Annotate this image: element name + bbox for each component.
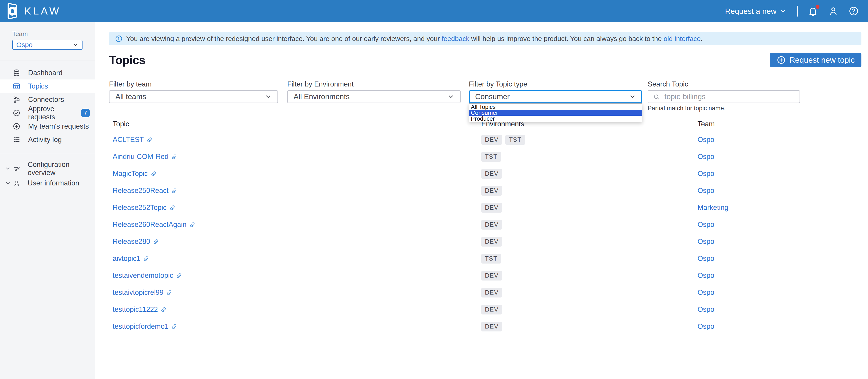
link-icon [171, 187, 178, 194]
topbar: KLAW Request a new [0, 0, 868, 22]
filter-team-select[interactable]: All teams [109, 90, 278, 103]
team-link[interactable]: Ospo [698, 136, 714, 144]
request-a-new-menu[interactable]: Request a new [725, 7, 786, 15]
team-label: Team [12, 30, 80, 38]
sidebar-item-approve-requests[interactable]: Approve requests 7 [0, 106, 95, 119]
filter-environment-select[interactable]: All Environments [287, 90, 461, 103]
sidebar-item-label: Dashboard [28, 69, 63, 77]
topic-link[interactable]: testaivendemotopic [113, 271, 182, 280]
team-link[interactable]: Ospo [698, 238, 714, 246]
list-icon [13, 136, 21, 143]
topbar-divider [797, 6, 798, 16]
team-select[interactable]: Ospo [12, 40, 83, 50]
sidebar-item-configuration-overview[interactable]: Configuration overview [0, 162, 95, 175]
notification-dot [816, 5, 819, 9]
topic-type-dropdown-list: All TopicsConsumerProducer [469, 103, 642, 122]
environments-cell: DEV [481, 271, 698, 280]
sidebar-item-label: My team's requests [28, 122, 89, 130]
sidebar-item-topics[interactable]: Topics [0, 79, 95, 93]
table-row: Aindriu-COM-Red TST Ospo [109, 148, 861, 165]
help-icon[interactable] [848, 6, 859, 16]
link-icon [176, 272, 182, 279]
search-topic-input[interactable] [648, 90, 800, 103]
sidebar-item-user-information[interactable]: User information [0, 176, 95, 190]
table-row: testaivendemotopic DEV Ospo [109, 267, 861, 284]
link-icon [143, 255, 149, 262]
link-icon [189, 221, 196, 228]
table-row: Release280 DEV Ospo [109, 233, 861, 250]
sidebar-nav: Dashboard Topics Connectors Approve requ… [0, 66, 95, 146]
sidebar-item-my-team-s-requests[interactable]: My team's requests [0, 119, 95, 133]
filter-topic-type-select[interactable]: Consumer [469, 90, 642, 103]
plus-circle-icon [13, 123, 21, 130]
environment-badge: DEV [481, 322, 502, 332]
team-link[interactable]: Ospo [698, 322, 714, 331]
filter-team-label: Filter by team [109, 80, 278, 88]
topic-link[interactable]: testtopic11222 [113, 305, 167, 314]
topic-link[interactable]: Aindriu-COM-Red [113, 152, 178, 161]
topic-link[interactable]: Release250React [113, 186, 178, 195]
environment-badge: DEV [481, 237, 502, 247]
environments-cell: DEV [481, 220, 698, 230]
table-row: testaivtopicrel99 DEV Ospo [109, 284, 861, 301]
environment-badge: DEV [481, 271, 502, 280]
klaw-logo[interactable]: KLAW [6, 2, 61, 20]
banner-text: You are viewing a preview of the redesig… [126, 35, 703, 42]
topic-link[interactable]: Release252Topic [113, 204, 176, 212]
filter-topic-type-label: Filter by Topic type [469, 80, 642, 88]
request-new-topic-button[interactable]: Request new topic [770, 53, 861, 67]
link-icon [153, 238, 159, 245]
environment-badge: DEV [481, 288, 502, 298]
topic-link[interactable]: Release280 [113, 238, 159, 246]
team-link[interactable]: Ospo [698, 220, 714, 229]
topic-link[interactable]: Release260ReactAgain [113, 220, 196, 229]
team-link[interactable]: Ospo [698, 152, 714, 161]
team-select-value: Ospo [16, 41, 33, 49]
team-link[interactable]: Ospo [698, 305, 714, 314]
sidebar-divider [0, 154, 95, 154]
environment-badge: DEV [481, 305, 502, 314]
info-icon [115, 35, 123, 42]
sidebar-item-label: Activity log [28, 136, 62, 144]
topic-type-option[interactable]: Consumer [469, 110, 642, 116]
environment-badge: TST [481, 152, 501, 162]
topics-table: Topic Environments Team ACLTEST DEVTST O… [109, 117, 861, 335]
environments-cell: DEV [481, 203, 698, 213]
team-link[interactable]: Ospo [698, 170, 714, 178]
topic-link[interactable]: testtopicfordemo1 [113, 322, 178, 331]
brand-name: KLAW [24, 5, 61, 17]
environment-badge: DEV [481, 203, 502, 213]
table-row: MagicTopic DEV Ospo [109, 165, 861, 182]
feedback-link[interactable]: feedback [442, 35, 469, 42]
link-icon [171, 153, 178, 160]
team-link[interactable]: Ospo [698, 254, 714, 263]
topic-type-option[interactable]: All Topics [469, 104, 642, 110]
team-link[interactable]: Ospo [698, 288, 714, 297]
chevron-down-icon [72, 42, 79, 48]
team-link[interactable]: Ospo [698, 186, 714, 195]
column-header-topic: Topic [109, 120, 481, 128]
table-row: Release260ReactAgain DEV Ospo [109, 216, 861, 233]
sidebar-item-dashboard[interactable]: Dashboard [0, 66, 95, 79]
topic-link[interactable]: aivtopic1 [113, 254, 149, 263]
old-interface-link[interactable]: old interface [663, 35, 701, 42]
team-link[interactable]: Marketing [698, 204, 728, 212]
sidebar-item-connectors[interactable]: Connectors [0, 93, 95, 106]
sidebar-item-label: Connectors [28, 96, 64, 104]
environments-cell: TST [481, 152, 698, 162]
environments-cell: DEVTST [481, 135, 698, 145]
environment-badge: DEV [481, 220, 502, 230]
table-row: aivtopic1 TST Ospo [109, 250, 861, 267]
environment-badge: DEV [481, 169, 502, 179]
team-link[interactable]: Ospo [698, 271, 714, 280]
topic-type-option[interactable]: Producer [469, 116, 642, 122]
topic-link[interactable]: testaivtopicrel99 [113, 288, 173, 297]
search-topic-hint: Partial match for topic name. [648, 105, 800, 112]
notifications-bell-icon[interactable] [808, 6, 818, 16]
environments-cell: DEV [481, 169, 698, 179]
profile-icon[interactable] [828, 6, 839, 16]
sidebar-item-activity-log[interactable]: Activity log [0, 133, 95, 146]
topic-link[interactable]: MagicTopic [113, 170, 157, 178]
environment-badge: TST [481, 254, 501, 264]
topic-link[interactable]: ACLTEST [113, 136, 153, 144]
